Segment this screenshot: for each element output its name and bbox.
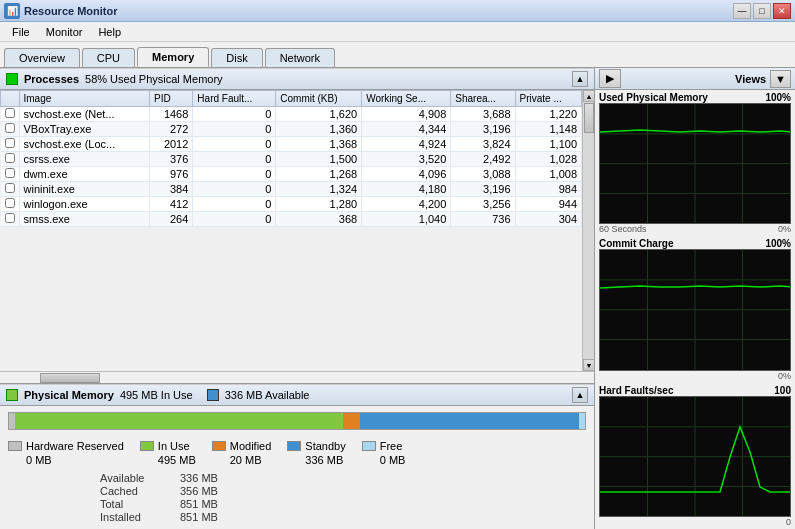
stat-total-value: 851 MB (180, 498, 240, 510)
table-row[interactable]: wininit.exe 384 0 1,324 4,180 3,196 984 (1, 182, 582, 197)
processes-vscroll[interactable]: ▲ ▼ (582, 90, 594, 371)
mem-used-indicator (6, 73, 18, 85)
table-row[interactable]: VBoxTray.exe 272 0 1,360 4,344 3,196 1,1… (1, 122, 582, 137)
tab-overview[interactable]: Overview (4, 48, 80, 67)
legend-standby: Standby 336 MB (287, 440, 345, 466)
menu-help[interactable]: Help (90, 24, 129, 40)
swatch-standby (287, 441, 301, 451)
vscroll-track[interactable] (583, 102, 594, 359)
window-controls: — □ ✕ (733, 3, 791, 19)
row-image: wininit.exe (19, 182, 149, 197)
row-hf: 0 (193, 107, 276, 122)
phys-mem-section: Physical Memory 495 MB In Use 336 MB Ava… (0, 383, 594, 529)
row-hf: 0 (193, 137, 276, 152)
chart2-svg (600, 250, 790, 369)
tab-cpu[interactable]: CPU (82, 48, 135, 67)
row-share: 3,688 (451, 107, 515, 122)
views-dropdown-btn[interactable]: ▼ (770, 70, 791, 88)
row-image: svchost.exe (Loc... (19, 137, 149, 152)
chart1-footer-left: 60 Seconds (599, 224, 647, 234)
chart3-percent: 100 (774, 385, 791, 396)
processes-hscroll[interactable] (0, 371, 594, 383)
legend-inuse-value: 495 MB (140, 454, 196, 466)
expand-btn[interactable]: ▶ (599, 69, 621, 88)
restore-button[interactable]: □ (753, 3, 771, 19)
minimize-button[interactable]: — (733, 3, 751, 19)
chart2-label-row: Commit Charge 100% (595, 236, 795, 249)
col-working[interactable]: Working Se... (362, 91, 451, 107)
tab-disk[interactable]: Disk (211, 48, 262, 67)
views-label: Views (735, 73, 766, 85)
table-row[interactable]: winlogon.exe 412 0 1,280 4,200 3,256 944 (1, 197, 582, 212)
tab-memory[interactable]: Memory (137, 47, 209, 67)
legend-hw: Hardware Reserved 0 MB (8, 440, 124, 466)
col-pid[interactable]: PID (149, 91, 192, 107)
table-row[interactable]: dwm.exe 976 0 1,268 4,096 3,088 1,008 (1, 167, 582, 182)
row-pid: 2012 (149, 137, 192, 152)
row-hf: 0 (193, 167, 276, 182)
row-cb[interactable] (1, 167, 20, 182)
swatch-modified (212, 441, 226, 451)
row-cb[interactable] (1, 152, 20, 167)
menu-monitor[interactable]: Monitor (38, 24, 91, 40)
vscroll-up-btn[interactable]: ▲ (583, 90, 594, 102)
row-cb[interactable] (1, 197, 20, 212)
swatch-inuse (140, 441, 154, 451)
mem-legend: Hardware Reserved 0 MB In Use 495 MB Mod… (0, 436, 594, 470)
app-icon: 📊 (4, 3, 20, 19)
vscroll-down-btn[interactable]: ▼ (583, 359, 594, 371)
processes-table-area: Image PID Hard Fault... Commit (KB) Work… (0, 90, 594, 371)
chart1-label-row: Used Physical Memory 100% (595, 90, 795, 103)
col-image[interactable]: Image (19, 91, 149, 107)
processes-table-container: Image PID Hard Fault... Commit (KB) Work… (0, 90, 582, 371)
row-commit: 1,324 (276, 182, 362, 197)
table-row[interactable]: csrss.exe 376 0 1,500 3,520 2,492 1,028 (1, 152, 582, 167)
chart3-svg (600, 397, 790, 516)
col-hardfault[interactable]: Hard Fault... (193, 91, 276, 107)
title-bar: 📊 Resource Monitor — □ ✕ (0, 0, 795, 22)
col-private[interactable]: Private ... (515, 91, 581, 107)
chart2-footer: 0% (595, 371, 795, 381)
row-working: 4,344 (362, 122, 451, 137)
swatch-free (362, 441, 376, 451)
menu-file[interactable]: File (4, 24, 38, 40)
right-panel: ▶ Views ▼ Used Physical Memory 100% (595, 68, 795, 529)
col-share[interactable]: Sharea... (451, 91, 515, 107)
table-row[interactable]: svchost.exe (Net... 1468 0 1,620 4,908 3… (1, 107, 582, 122)
tab-bar: Overview CPU Memory Disk Network (0, 42, 795, 68)
chart1-area (599, 103, 791, 224)
window-title: Resource Monitor (24, 5, 733, 17)
close-button[interactable]: ✕ (773, 3, 791, 19)
legend-modified-value: 20 MB (212, 454, 262, 466)
row-hf: 0 (193, 212, 276, 227)
legend-free-label: Free (380, 440, 403, 452)
chart1-svg (600, 104, 790, 223)
row-commit: 1,500 (276, 152, 362, 167)
col-commit[interactable]: Commit (KB) (276, 91, 362, 107)
row-pid: 1468 (149, 107, 192, 122)
processes-collapse-btn[interactable]: ▲ (572, 71, 588, 87)
avail-swatch (207, 389, 219, 401)
row-cb[interactable] (1, 182, 20, 197)
row-hf: 0 (193, 152, 276, 167)
mem-bar-container (0, 406, 594, 436)
row-priv: 1,100 (515, 137, 581, 152)
row-cb[interactable] (1, 107, 20, 122)
used-physical-label: 58% Used Physical Memory (85, 73, 223, 85)
chart1-footer: 60 Seconds 0% (595, 224, 795, 234)
stat-available-value: 336 MB (180, 472, 240, 484)
tab-network[interactable]: Network (265, 48, 335, 67)
table-row[interactable]: svchost.exe (Loc... 2012 0 1,368 4,924 3… (1, 137, 582, 152)
row-working: 4,924 (362, 137, 451, 152)
row-image: winlogon.exe (19, 197, 149, 212)
vscroll-thumb[interactable] (584, 103, 594, 133)
row-cb[interactable] (1, 212, 20, 227)
row-cb[interactable] (1, 137, 20, 152)
hscroll-thumb[interactable] (40, 373, 100, 383)
row-share: 736 (451, 212, 515, 227)
row-cb[interactable] (1, 122, 20, 137)
table-row[interactable]: smss.exe 264 0 368 1,040 736 304 (1, 212, 582, 227)
phys-mem-collapse-btn[interactable]: ▲ (572, 387, 588, 403)
processes-header: Processes 58% Used Physical Memory ▲ (0, 68, 594, 90)
stat-cached-label: Cached (100, 485, 180, 497)
